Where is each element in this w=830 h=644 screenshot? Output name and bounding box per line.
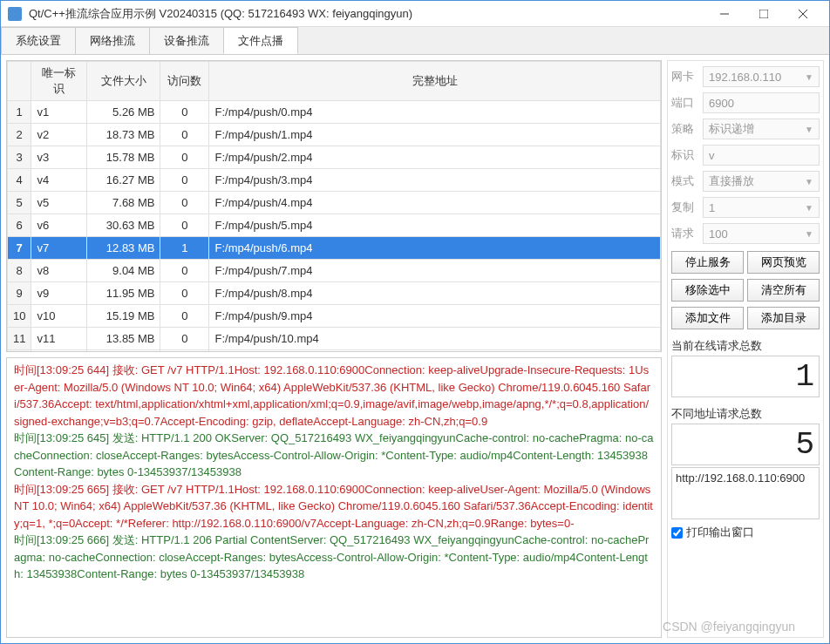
table-header[interactable]: 完整地址 — [209, 62, 661, 101]
add-file-button[interactable]: 添加文件 — [671, 307, 744, 329]
table-row[interactable]: 8 v8 9.04 MB 0 F:/mp4/push/7.mp4 — [8, 260, 661, 282]
strategy-select[interactable]: 标识递增▼ — [703, 119, 820, 139]
log-line: 时间[13:09:25 666] 发送: HTTP/1.1 206 Partia… — [14, 532, 654, 583]
chevron-down-icon: ▼ — [805, 229, 813, 239]
mode-label: 模式 — [671, 173, 699, 189]
table-row[interactable]: 7 v7 12.83 MB 1 F:/mp4/push/6.mp4 — [8, 237, 661, 260]
side-panel: 网卡192.168.0.110▼ 端口6900 策略标识递增▼ 标识v 模式直接… — [667, 60, 824, 638]
titlebar: Qt/C++推流综合应用示例 V20240315 (QQ: 517216493 … — [1, 1, 829, 27]
unique-count-label: 不同地址请求总数 — [671, 406, 820, 422]
table-row[interactable]: 5 v5 7.68 MB 0 F:/mp4/push/4.mp4 — [8, 192, 661, 214]
port-input[interactable]: 6900 — [703, 92, 820, 113]
table-header[interactable]: 访问数 — [160, 62, 209, 101]
chevron-down-icon: ▼ — [805, 125, 813, 134]
minimize-button[interactable] — [704, 2, 744, 26]
svg-rect-1 — [759, 10, 768, 18]
tab-3[interactable]: 文件点播 — [223, 27, 298, 54]
table-row[interactable]: 3 v3 15.78 MB 0 F:/mp4/push/2.mp4 — [8, 146, 661, 169]
log-line: 时间[13:09:25 644] 接收: GET /v7 HTTP/1.1Hos… — [14, 362, 654, 430]
table-header[interactable]: 文件大小 — [87, 62, 160, 101]
tab-0[interactable]: 系统设置 — [1, 27, 76, 54]
table-row[interactable]: 4 v4 16.27 MB 0 F:/mp4/push/3.mp4 — [8, 169, 661, 192]
stop-service-button[interactable]: 停止服务 — [671, 251, 744, 274]
mode-select[interactable]: 直接播放▼ — [703, 171, 820, 192]
table-row[interactable]: 6 v6 30.63 MB 0 F:/mp4/push/5.mp4 — [8, 214, 661, 237]
id-label: 标识 — [671, 147, 699, 163]
unique-count-display: 5 — [671, 424, 820, 465]
nic-label: 网卡 — [671, 69, 699, 85]
file-table[interactable]: 唯一标识文件大小访问数完整地址 1 v1 5.26 MB 0 F:/mp4/pu… — [6, 60, 662, 352]
log-output[interactable]: 时间[13:09:25 644] 接收: GET /v7 HTTP/1.1Hos… — [6, 357, 662, 638]
table-row[interactable]: 9 v9 11.95 MB 0 F:/mp4/push/8.mp4 — [8, 282, 661, 305]
add-dir-button[interactable]: 添加目录 — [747, 307, 820, 329]
table-row[interactable]: 10 v10 15.19 MB 0 F:/mp4/push/9.mp4 — [8, 305, 661, 328]
close-button[interactable] — [783, 2, 822, 26]
nic-select[interactable]: 192.168.0.110▼ — [703, 66, 820, 87]
table-row[interactable]: 12 v12 13.26 MB 0 F:/mp4/push/11.mp4 — [8, 350, 661, 353]
port-label: 端口 — [671, 95, 699, 111]
strategy-label: 策略 — [671, 121, 699, 137]
log-line: 时间[13:09:25 665] 接收: GET /v7 HTTP/1.1Hos… — [14, 481, 654, 532]
chevron-down-icon: ▼ — [805, 177, 813, 186]
table-row[interactable]: 2 v2 18.73 MB 0 F:/mp4/push/1.mp4 — [8, 124, 661, 146]
tab-2[interactable]: 设备推流 — [149, 27, 224, 54]
copy-select[interactable]: 1▼ — [703, 197, 820, 218]
online-count-label: 当前在线请求总数 — [671, 338, 820, 354]
id-input[interactable]: v — [703, 145, 820, 166]
copy-label: 复制 — [671, 200, 699, 215]
table-row[interactable]: 11 v11 13.85 MB 0 F:/mp4/push/10.mp4 — [8, 328, 661, 350]
remove-selected-button[interactable]: 移除选中 — [671, 279, 744, 302]
print-output-checkbox[interactable] — [671, 527, 683, 539]
online-count-display: 1 — [671, 356, 820, 397]
tab-bar: 系统设置网络推流设备推流文件点播 — [1, 27, 829, 55]
clear-all-button[interactable]: 清空所有 — [747, 279, 820, 302]
log-line: 时间[13:09:25 645] 发送: HTTP/1.1 200 OKServ… — [14, 430, 654, 481]
print-output-label: 打印输出窗口 — [686, 525, 754, 540]
app-icon — [8, 7, 22, 21]
url-display[interactable]: http://192.168.0.110:6900 — [671, 467, 820, 519]
table-header[interactable]: 唯一标识 — [31, 62, 87, 101]
web-preview-button[interactable]: 网页预览 — [747, 251, 820, 274]
tab-1[interactable]: 网络推流 — [75, 27, 150, 54]
req-label: 请求 — [671, 226, 699, 241]
window-title: Qt/C++推流综合应用示例 V20240315 (QQ: 517216493 … — [29, 6, 704, 22]
chevron-down-icon: ▼ — [805, 203, 813, 213]
req-select[interactable]: 100▼ — [703, 223, 820, 244]
chevron-down-icon: ▼ — [805, 72, 813, 82]
maximize-button[interactable] — [744, 2, 783, 26]
table-row[interactable]: 1 v1 5.26 MB 0 F:/mp4/push/0.mp4 — [8, 101, 661, 124]
